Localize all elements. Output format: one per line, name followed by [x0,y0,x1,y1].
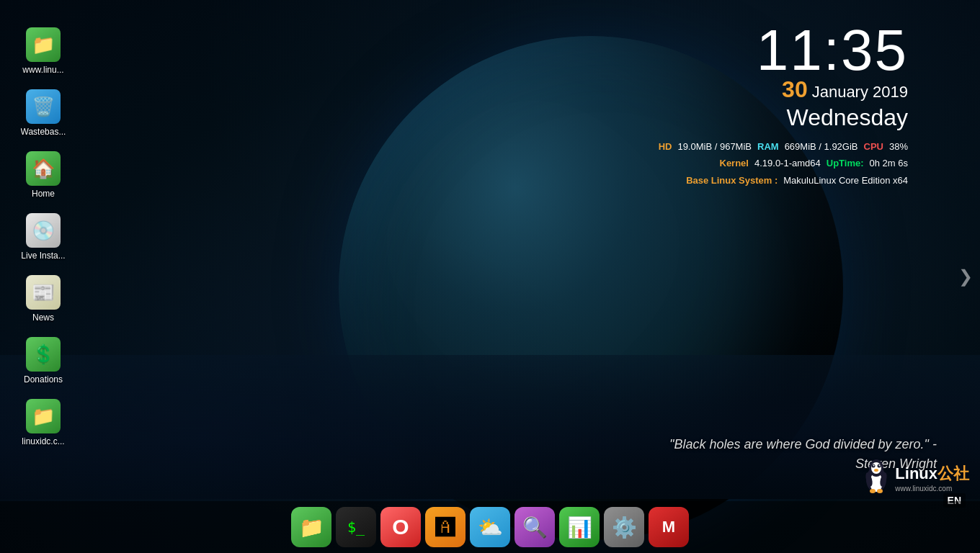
hd-stat-row: HD 19.0MiB / 967MiB RAM 669MiB / 1.92GiB… [659,138,908,155]
desktop-icon-news[interactable]: 📰 News [7,269,79,328]
linuxidc-main-text: Linux公社 [895,463,969,485]
clock-weekday: Wednesday [659,104,908,131]
wastebasket-icon: 🗑️ [26,89,61,124]
linuxidc-text: Linux公社 www.linuxidc.com [895,463,969,493]
taskbar-browser-button[interactable]: 🔍 [514,507,555,547]
clock-time: 11:35 [659,22,908,79]
taskbar-files-button[interactable]: 📁 [291,507,331,547]
files-icon: 📁 [299,516,324,539]
cpu-label: CPU [864,138,883,155]
hd-value: 19.0MiB / 967MiB [677,138,752,155]
desktop-icon-linuxidc[interactable]: 📁 linuxidc.c... [7,393,79,452]
svg-point-7 [879,465,881,467]
taskbar-opera-button[interactable]: O [380,507,421,547]
svg-point-12 [877,489,883,493]
www-icon-label: www.linu... [22,65,63,75]
hd-label: HD [659,138,672,155]
taskbar-weather-button[interactable]: ⛅ [470,507,510,547]
kernel-stat-row: Kernel 4.19.0-1-amd64 UpTime: 0h 2m 6s [659,155,908,171]
live-installer-icon: 💿 [26,213,61,248]
linuxidc-highlight: 公社 [937,464,969,482]
desktop-icon-www[interactable]: 📁 www.linu... [7,22,79,81]
monitor-icon: 📊 [567,516,592,539]
taskbar-mega-button[interactable]: M [649,507,689,547]
mega-icon: M [662,518,675,536]
svg-point-3 [871,462,881,474]
desktop-icon-donations[interactable]: 💲 Donations [7,331,79,390]
desktop-icon-live-installer[interactable]: 💿 Live Insta... [7,207,79,266]
info-widget: 11:35 30 January 2019 Wednesday HD 19.0M… [659,22,908,189]
taskbar: 📁 $_ O 🅰 ⛅ 🔍 📊 ⚙️ M [0,501,980,553]
www-folder-icon: 📁 [26,27,61,62]
linuxidc-icon-label: linuxidc.c... [22,436,64,446]
uptime-value: 0h 2m 6s [870,155,908,171]
settings-icon: ⚙️ [612,516,637,539]
svg-point-11 [870,489,876,493]
kernel-label: Kernel [720,155,749,171]
weather-icon: ⛅ [478,516,503,539]
taskbar-terminal-button[interactable]: $_ [336,507,376,547]
live-installer-label: Live Insta... [21,251,65,261]
terminal-icon: $_ [347,518,365,536]
donations-icon-label: Donations [24,374,63,385]
scroll-arrow-icon[interactable]: ❯ [958,266,973,287]
uptime-label: UpTime: [827,155,864,171]
base-stat-row: Base Linux System : MakuluLinux Core Edi… [659,172,908,189]
svg-point-6 [873,465,875,467]
system-stats: HD 19.0MiB / 967MiB RAM 669MiB / 1.92GiB… [659,138,908,189]
wastebasket-icon-label: Wastebas... [21,127,66,137]
ram-value: 669MiB / 1.92GiB [785,138,858,155]
news-icon: 📰 [26,275,61,310]
taskbar-monitor-button[interactable]: 📊 [559,507,600,547]
base-value: MakuluLinux Core Edition x64 [783,172,908,189]
linuxidc-folder-icon: 📁 [26,399,61,433]
ram-label: RAM [757,138,779,155]
linuxidc-sub-text: www.linuxidc.com [895,485,952,493]
home-folder-icon: 🏠 [26,151,61,186]
donations-icon: 💲 [26,337,61,372]
kernel-value: 4.19.0-1-amd64 [754,155,821,171]
desktop-icon-wastebasket[interactable]: 🗑️ Wastebas... [7,84,79,143]
browser-icon: 🔍 [522,516,548,539]
news-icon-label: News [32,313,54,323]
taskbar-settings-button[interactable]: ⚙️ [604,507,644,547]
desktop-icons-column: 📁 www.linu... 🗑️ Wastebas... 🏠 Home 💿 Li… [0,14,86,462]
desktop-icon-home[interactable]: 🏠 Home [7,145,79,204]
clock-month-year: January 2019 [812,83,908,102]
penguin-icon [862,459,891,495]
taskbar-appcenter-button[interactable]: 🅰 [425,507,466,547]
opera-icon: O [392,515,409,539]
svg-point-8 [874,469,878,472]
clock-day: 30 [782,76,808,103]
home-icon-label: Home [32,189,55,199]
appcenter-icon: 🅰 [435,516,455,539]
cpu-value: 38% [889,138,908,155]
linuxidc-logo: Linux公社 www.linuxidc.com [862,459,969,495]
base-label: Base Linux System : [686,172,778,189]
